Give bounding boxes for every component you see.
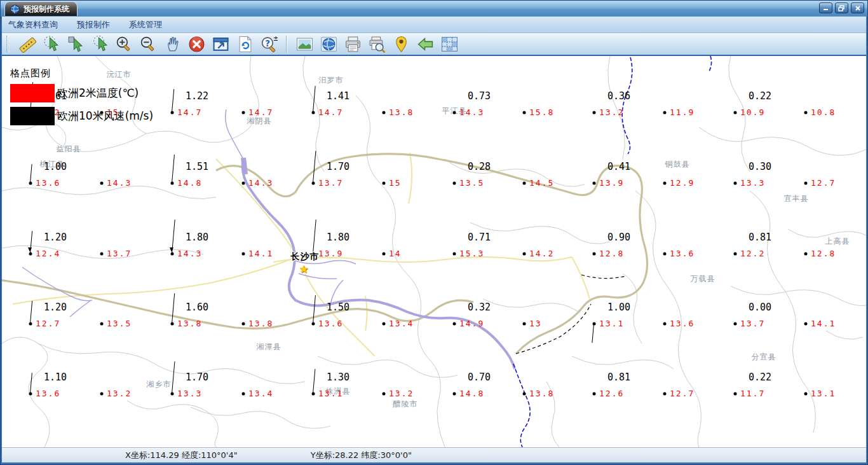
temp-value: 14.7 xyxy=(177,108,202,117)
grid-point-dot xyxy=(663,323,667,326)
city-label: 醴陵市 xyxy=(393,399,418,410)
grid-point-dot xyxy=(242,392,245,396)
wind-value: 1.50 xyxy=(327,302,349,313)
toolbar-grip[interactable] xyxy=(6,36,10,52)
back-button[interactable] xyxy=(416,35,434,53)
pan-button[interactable] xyxy=(163,35,181,53)
grid-point-dot xyxy=(593,253,596,256)
window-border-left xyxy=(0,17,2,465)
city-label: 汨罗市 xyxy=(319,75,344,86)
close-button[interactable] xyxy=(851,3,864,13)
svg-text:±: ± xyxy=(273,36,277,42)
close-icon xyxy=(855,5,861,11)
capital-star-icon: ★ xyxy=(299,263,308,275)
grid-point-dot xyxy=(663,111,667,115)
grid-point-dot xyxy=(593,182,596,185)
grid-point-dot xyxy=(383,392,386,396)
temp-value: 14.1 xyxy=(811,319,836,328)
marker-icon xyxy=(393,36,410,53)
temp-value: 14.7 xyxy=(248,108,273,117)
print-preview-button[interactable] xyxy=(368,35,386,53)
measure-icon xyxy=(19,36,36,53)
minimize-icon xyxy=(822,5,829,11)
grid-point-dot xyxy=(242,111,245,115)
grid-point-dot xyxy=(383,253,386,256)
temp-value: 11.9 xyxy=(670,108,695,117)
minimize-button[interactable] xyxy=(819,3,832,13)
wind-value: 1.70 xyxy=(327,161,349,172)
temp-value: 14 xyxy=(389,249,402,258)
city-label: 上高县 xyxy=(825,236,850,247)
temp-value: 14.3 xyxy=(248,178,273,188)
grid-point-dot xyxy=(523,182,526,185)
map-canvas[interactable]: 沅江市汨罗市平江县湘阴县益阳县桃江县铜鼓县宜丰县上高县万载县湘潭县分宜县湘乡市株… xyxy=(2,56,866,447)
globe-button[interactable] xyxy=(320,35,337,53)
temp-value: 13.8 xyxy=(529,389,554,398)
wind-value: 0.41 xyxy=(607,161,630,172)
temp-value: 13.8 xyxy=(248,319,273,328)
svg-text:?: ? xyxy=(265,38,270,48)
capital-label: 长沙市 xyxy=(291,251,320,263)
temp-value: 11.7 xyxy=(740,389,765,398)
menu-forecast-production[interactable]: 预报制作 xyxy=(77,19,110,31)
legend-label-windspeed: 欧洲10米风速(m/s) xyxy=(57,109,153,123)
temp-value: 13.1 xyxy=(318,389,343,398)
grid-point-dot xyxy=(734,111,737,115)
zoom-out-button[interactable] xyxy=(139,35,157,53)
wind-value: 0.81 xyxy=(607,371,630,383)
temp-value: 12.7 xyxy=(36,319,60,328)
wind-barb-arrow xyxy=(170,247,173,252)
temp-value: 13.7 xyxy=(740,319,765,328)
temp-value: 14.3 xyxy=(459,108,484,117)
cancel-button[interactable] xyxy=(187,35,205,53)
legend-swatch-red xyxy=(10,84,55,102)
city-label: 宜丰县 xyxy=(784,193,809,204)
grid-button[interactable] xyxy=(440,35,458,53)
measure-button[interactable] xyxy=(18,35,36,53)
image-export-button[interactable] xyxy=(295,35,313,53)
title-bar: 预报制作系统 xyxy=(0,0,868,17)
wind-value: 0.36 xyxy=(607,90,630,102)
print-button[interactable] xyxy=(344,35,362,53)
wind-value: 1.20 xyxy=(44,302,67,313)
temp-value: 12.6 xyxy=(599,389,624,398)
legend-label-temperature: 欧洲2米温度(℃) xyxy=(57,86,139,101)
wind-value: 1.70 xyxy=(186,371,208,383)
zoom-in-button[interactable] xyxy=(115,35,133,53)
grid-point-dot xyxy=(242,323,245,326)
grid-point-dot xyxy=(100,253,104,256)
print-icon xyxy=(344,36,362,53)
full-extent-button[interactable] xyxy=(212,35,229,53)
grid-point-dot xyxy=(453,392,456,396)
grid-point-dot xyxy=(453,111,456,115)
temp-value: 14.5 xyxy=(529,178,554,188)
temp-value: 13.9 xyxy=(599,178,624,188)
temp-value: 13.8 xyxy=(389,108,414,117)
temp-value: 13.6 xyxy=(36,389,60,398)
grid-icon xyxy=(441,36,458,53)
grid-point-dot xyxy=(453,323,456,326)
marker-button[interactable] xyxy=(392,35,410,53)
temp-value: 14.2 xyxy=(529,249,554,258)
refresh-button[interactable] xyxy=(236,35,254,53)
temp-value: 13.5 xyxy=(459,178,484,188)
grid-point-dot xyxy=(804,253,808,256)
menu-weather-data-query[interactable]: 气象资料查询 xyxy=(8,19,58,31)
temp-value: 14.8 xyxy=(177,178,202,188)
temp-value: 15.3 xyxy=(459,249,484,258)
select-features-button[interactable] xyxy=(43,35,60,53)
restore-button[interactable] xyxy=(835,3,848,13)
temp-value: 13.1 xyxy=(599,319,624,328)
legend-row-temperature: 欧洲2米温度(℃) xyxy=(10,84,153,102)
menu-system-management[interactable]: 系统管理 xyxy=(129,19,162,31)
reselect-button[interactable] xyxy=(91,35,109,53)
temp-value: 15.8 xyxy=(529,108,554,117)
legend-swatch-black xyxy=(10,107,55,125)
zoom-in-icon xyxy=(116,36,133,53)
temp-value: 13.4 xyxy=(389,319,414,328)
globe-icon xyxy=(320,36,337,53)
identify-button[interactable]: ? ± xyxy=(260,35,278,53)
select-button[interactable] xyxy=(67,35,85,53)
wind-value: 0.30 xyxy=(749,161,771,172)
reselect-icon xyxy=(92,36,109,53)
